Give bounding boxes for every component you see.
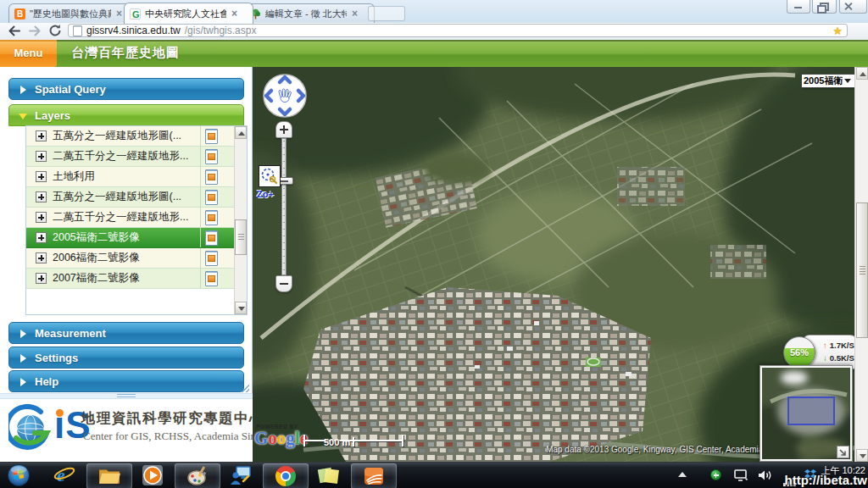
scale-label: 500 m (324, 437, 350, 447)
page-file-icon (73, 25, 82, 36)
window-close-button[interactable] (839, 0, 867, 14)
zoom-in-button[interactable] (275, 121, 292, 138)
scroll-thumb[interactable] (856, 202, 868, 338)
layer-row[interactable]: 五萬分之一經建版地形圖(... (26, 126, 234, 147)
layer-info-icon[interactable] (205, 129, 218, 144)
scroll-down-button[interactable] (856, 449, 868, 462)
layer-row[interactable]: 土地利用 (26, 167, 234, 187)
expand-plus-icon[interactable] (36, 130, 47, 141)
layer-row[interactable]: 2007福衛二號影像 (26, 269, 234, 289)
layer-info-icon[interactable] (205, 149, 218, 164)
taskbar-internet-explorer[interactable]: e (49, 463, 80, 487)
google-logo[interactable]: Google (254, 429, 308, 447)
window-minimize-button[interactable] (787, 0, 810, 14)
chevron-right-icon (20, 354, 26, 363)
list-scrollbar[interactable] (234, 126, 247, 314)
gis-site-favicon-icon (130, 8, 141, 19)
layer-info-icon[interactable] (205, 169, 218, 185)
layer-label: 五萬分之一經建版地形圖(... (53, 129, 194, 143)
upload-speed: 1.7K/S (830, 339, 854, 352)
layer-row-selected[interactable]: 2005福衛二號影像 (26, 228, 234, 248)
download-speed: 0.5K/S (830, 352, 854, 364)
layer-info-icon[interactable] (205, 251, 218, 266)
taskbar-chrome-active[interactable] (263, 463, 309, 488)
panel-layers[interactable]: Layers (8, 104, 244, 126)
tab-close-icon[interactable]: × (231, 8, 238, 19)
browser-tab-3[interactable]: 編輯文章 - 徵 北大特 × (244, 3, 375, 23)
scroll-up-button[interactable] (235, 126, 247, 139)
layer-info-icon[interactable] (205, 190, 218, 205)
bookmark-star-icon[interactable] (832, 25, 843, 36)
tab-close-icon[interactable]: × (351, 8, 359, 19)
expand-plus-icon[interactable] (36, 232, 47, 243)
action-center-monitor-icon[interactable] (734, 469, 748, 485)
scroll-up-button[interactable] (856, 67, 868, 80)
panel-label: Measurement (35, 327, 106, 340)
panel-help[interactable]: Help (8, 370, 244, 392)
expand-plus-icon[interactable] (36, 151, 47, 162)
antivirus-tray-icon[interactable] (710, 469, 721, 480)
expand-plus-icon[interactable] (36, 212, 47, 223)
layer-row[interactable]: 五萬分之一經建版地形圖(... (26, 187, 234, 208)
orange-app-icon (363, 465, 385, 487)
menu-button[interactable]: Menu (0, 40, 57, 67)
taskbar-orange-app[interactable] (351, 463, 397, 488)
refresh-button-icon[interactable] (48, 24, 64, 38)
sticky-notes-icon (318, 464, 340, 486)
browser-tab-strip: "歷史地圖與數位典藏 × 中央研究院人文社會 × 編輯文章 - 徵 北大特 × (0, 0, 868, 23)
taskbar-remote-assistance[interactable] (225, 463, 256, 487)
back-button-icon[interactable] (7, 24, 22, 38)
tab-close-icon[interactable]: × (115, 8, 123, 19)
volume-tray-icon[interactable] (758, 469, 772, 485)
taskbar-paint[interactable] (175, 463, 220, 488)
start-button[interactable] (4, 463, 33, 487)
chrome-icon (275, 466, 296, 486)
taskbar-sticky-notes[interactable] (314, 463, 344, 487)
window-restore-button[interactable] (812, 0, 837, 14)
map-viewport[interactable]: Zo+ 2005福衛二號影像 POWERED BY Google 500 m M… (253, 67, 868, 462)
chevron-down-icon (19, 114, 27, 119)
expand-plus-icon[interactable] (36, 273, 47, 284)
zoom-slider-track[interactable] (281, 138, 287, 275)
layer-row[interactable]: 二萬五千分之一經建版地形... (26, 208, 234, 228)
map-scale-bar (303, 435, 403, 446)
basemap-dropdown[interactable]: 2005福衛二號影像 (801, 74, 855, 88)
overview-minimap[interactable] (760, 365, 853, 462)
browser-toolbar: gissrv4.sinica.edu.tw /gis/twhgis.aspx (0, 23, 868, 41)
minimap-extent-rectangle[interactable] (787, 396, 835, 425)
scroll-down-button[interactable] (235, 302, 247, 314)
gis-center-title-en: Center for GIS, RCHSS, Academia Sinica (83, 430, 269, 443)
forward-button-icon[interactable] (28, 24, 43, 38)
panel-measurement[interactable]: Measurement (8, 322, 244, 344)
taskbar-media-player[interactable] (137, 463, 168, 487)
page-scrollbar[interactable] (854, 67, 868, 462)
new-tab-button[interactable] (368, 6, 405, 21)
show-hidden-icons-button[interactable] (678, 472, 687, 477)
address-bar[interactable]: gissrv4.sinica.edu.tw /gis/twhgis.aspx (68, 24, 848, 37)
zoom-out-button[interactable] (275, 275, 292, 292)
browser-tab-1[interactable]: "歷史地圖與數位典藏 × (8, 3, 133, 23)
chevron-right-icon (20, 378, 26, 386)
layer-label: 二萬五千分之一經建版地形... (53, 149, 194, 164)
expand-plus-icon[interactable] (36, 171, 47, 182)
map-pan-control[interactable] (262, 73, 308, 119)
layer-row[interactable]: 二萬五千分之一經建版地形... (26, 147, 234, 167)
panel-settings[interactable]: Settings (8, 347, 244, 369)
remote-assistance-icon (230, 464, 252, 486)
panel-spatial-query[interactable]: Spatial Query (8, 78, 244, 100)
windows-taskbar: e (0, 462, 868, 488)
expand-plus-icon[interactable] (36, 191, 47, 202)
scroll-thumb[interactable] (235, 219, 247, 255)
expand-plus-icon[interactable] (36, 252, 47, 263)
taskbar-file-explorer[interactable] (86, 463, 132, 488)
splitter-grip-icon[interactable] (117, 394, 136, 397)
minimap-collapse-button[interactable] (837, 446, 849, 458)
gis-globe-logo-icon (8, 404, 54, 452)
layer-info-icon[interactable] (205, 210, 218, 225)
layer-info-icon[interactable] (205, 271, 218, 286)
net-percent-gauge[interactable]: 56% (783, 336, 815, 369)
browser-tab-2-active[interactable]: 中央研究院人文社會 × (124, 3, 253, 24)
layer-info-icon[interactable] (205, 230, 218, 246)
layer-row[interactable]: 2006福衛二號影像 (26, 248, 234, 269)
media-player-icon (142, 464, 164, 486)
